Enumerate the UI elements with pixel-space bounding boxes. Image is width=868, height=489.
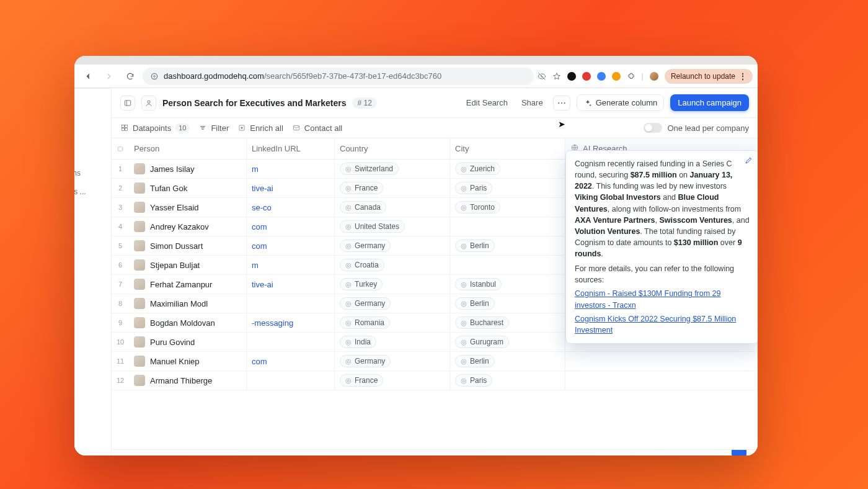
relaunch-label: Relaunch to update [671, 72, 735, 81]
avatar [134, 356, 145, 367]
row-index: 2 [112, 179, 129, 197]
sidebar-item-executives[interactable]: cutives ... [74, 187, 86, 196]
country-cell: ◎Germany [335, 294, 450, 313]
person-cell[interactable]: Puru Govind [129, 333, 247, 351]
pin-icon: ◎ [345, 165, 352, 173]
eye-off-icon[interactable] [538, 72, 546, 81]
star-icon[interactable] [552, 72, 561, 81]
pin-icon: ◎ [461, 184, 467, 192]
back-button[interactable] [79, 68, 97, 85]
more-menu-button[interactable]: ⋯ [553, 96, 570, 110]
person-cell[interactable]: Ferhat Zamanpur [129, 275, 247, 294]
person-name: Maximilian Modl [150, 299, 208, 308]
mail-icon [292, 123, 301, 132]
person-cell[interactable]: Armand Thiberge [129, 371, 247, 390]
linkedin-cell[interactable]: tive-ai [247, 179, 335, 197]
person-cell[interactable]: Bogdan Moldovan [129, 313, 247, 332]
launch-campaign-button[interactable]: Launch campaign [670, 94, 749, 111]
share-button[interactable]: Share [518, 96, 547, 110]
person-name: Tufan Gok [150, 184, 187, 193]
linkedin-cell[interactable]: com [247, 217, 335, 236]
enrich-icon [237, 123, 246, 132]
extension-icon[interactable] [612, 72, 621, 81]
country-cell: ◎France [335, 179, 450, 197]
person-cell[interactable]: Tufan Gok [129, 179, 247, 197]
datapoints-button[interactable]: Datapoints 10 [120, 123, 190, 133]
linkedin-cell[interactable]: com [247, 236, 335, 255]
col-country[interactable]: Country [335, 138, 450, 159]
svg-rect-8 [293, 126, 299, 130]
profile-avatar[interactable] [650, 72, 658, 81]
forward-button[interactable] [100, 68, 118, 85]
svg-rect-5 [122, 128, 124, 131]
country-cell: ◎Germany [335, 236, 450, 255]
enrich-all-button[interactable]: Enrich all [237, 123, 283, 133]
avatar [134, 336, 145, 348]
col-person[interactable]: Person [129, 138, 247, 159]
collapse-sidebar-button[interactable] [120, 96, 135, 110]
page-header: Person Search for Executives and Markete… [112, 88, 758, 118]
table-row[interactable]: 11Manuel Kniepcom◎Germany◎Berlin [112, 352, 758, 371]
person-name: Manuel Kniep [150, 357, 200, 366]
linkedin-cell[interactable]: m [247, 256, 335, 274]
row-index: 8 [112, 294, 129, 313]
linkedin-cell[interactable]: tive-ai [247, 275, 335, 294]
edit-icon[interactable] [745, 156, 753, 168]
person-icon [144, 99, 153, 107]
linkedin-cell[interactable]: m [247, 159, 335, 178]
col-city[interactable]: City [450, 138, 565, 159]
pin-icon: ◎ [461, 165, 467, 173]
person-cell[interactable]: James Isilay [129, 159, 247, 178]
country-cell: ◎Germany [335, 352, 450, 370]
reload-button[interactable] [122, 68, 139, 85]
pin-icon: ◎ [345, 204, 352, 212]
ai-research-cell[interactable] [565, 352, 758, 370]
filter-button[interactable]: Filter [198, 123, 229, 133]
person-name: James Isilay [150, 164, 195, 174]
extension-icon[interactable] [567, 72, 576, 81]
mouse-cursor: ➤ [558, 119, 565, 129]
person-cell[interactable]: Simon Dussart [129, 236, 247, 255]
person-cell[interactable]: Andrey Kazakov [129, 217, 247, 236]
linkedin-cell[interactable] [247, 333, 335, 351]
toggle-switch[interactable] [644, 123, 662, 133]
city-cell: ◎Berlin [450, 236, 565, 255]
contact-all-button[interactable]: Contact all [292, 123, 342, 133]
table-row[interactable]: 12Armand Thiberge◎France◎Paris [112, 371, 758, 390]
edit-search-button[interactable]: Edit Search [463, 96, 512, 110]
col-linkedin[interactable]: LinkedIn URL [247, 138, 335, 159]
one-lead-toggle[interactable]: One lead per company [644, 123, 749, 133]
generate-column-button[interactable]: Generate column [577, 94, 665, 111]
linkedin-cell[interactable] [247, 294, 335, 313]
ai-research-cell[interactable] [565, 371, 758, 390]
linkedin-cell[interactable]: -messaging [247, 313, 335, 332]
main-panel: Person Search for Executives and Markete… [112, 88, 758, 455]
person-cell[interactable]: Maximilian Modl [129, 294, 247, 313]
launch-campaign-label: Launch campaign [678, 98, 742, 107]
extension-icon[interactable] [582, 72, 591, 81]
address-bar[interactable]: dashboard.godmodehq.com/search/565f9eb7-… [143, 68, 534, 85]
person-cell[interactable]: Manuel Kniep [129, 352, 247, 370]
avatar [134, 279, 145, 290]
select-all-checkbox[interactable] [112, 138, 129, 159]
source-link-2[interactable]: Cognism Kicks Off 2022 Securing $87.5 Mi… [575, 313, 750, 336]
linkedin-cell[interactable]: se-co [247, 198, 335, 217]
extensions-icon[interactable] [627, 72, 636, 81]
linkedin-cell[interactable] [247, 371, 335, 390]
pin-icon: ◎ [345, 280, 352, 289]
linkedin-cell[interactable]: com [247, 352, 335, 370]
pin-icon: ◎ [345, 338, 352, 346]
person-name: Stjepan Buljat [150, 261, 200, 270]
source-link-1[interactable]: Cognism - Raised $130M Funding from 29 i… [575, 288, 750, 310]
person-cell[interactable]: Yasser Elsaid [129, 198, 247, 217]
person-cell[interactable]: Stjepan Buljat [129, 256, 247, 274]
generate-column-label: Generate column [596, 98, 658, 107]
row-index: 5 [112, 236, 129, 255]
pin-icon: ◎ [345, 184, 352, 192]
footer-action-button[interactable] [732, 449, 746, 455]
extension-icon[interactable] [597, 72, 606, 81]
row-index: 4 [112, 217, 129, 236]
app: npaigns cutives ... Person Search for Ex… [74, 88, 758, 455]
relaunch-button[interactable]: Relaunch to update ⋮ [665, 69, 753, 84]
sidebar-item-campaigns[interactable]: npaigns [74, 169, 81, 177]
